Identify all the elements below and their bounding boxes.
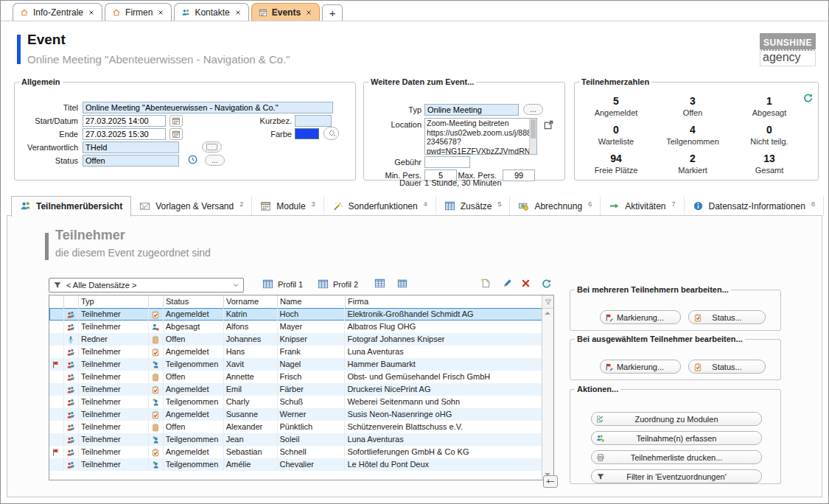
titel-input[interactable] — [83, 102, 333, 113]
kurzbez-label: Kurzbez. — [228, 116, 292, 125]
calendar-icon — [259, 8, 267, 17]
table-row[interactable]: TeilnehmerOffenAlexanderPünktlichSchütze… — [49, 421, 542, 433]
chevron-down-icon — [232, 281, 239, 289]
location-textarea[interactable]: Zoom-Meeting beitreten https://us02web.z… — [424, 118, 537, 155]
action-zuordnung-zu-modulen[interactable]: Zuordnung zu Modulen — [591, 412, 762, 426]
table-scrollbar[interactable] — [542, 295, 553, 480]
refresh-icon[interactable] — [541, 278, 552, 289]
type-icon-cell — [64, 458, 79, 471]
action-filter-in-eventzuordnungen[interactable]: Filter in 'Eventzuordnungen' — [591, 469, 762, 483]
status-cell: Angemeldet — [164, 308, 224, 321]
tab-teilnehmer-bersicht[interactable]: Teilnehmerübersicht — [11, 196, 131, 217]
people-rb-icon — [66, 398, 75, 407]
status-button[interactable]: Status... — [688, 310, 766, 324]
dotted-selector-icon — [206, 144, 217, 150]
window-tab-firmen[interactable]: Firmen — [105, 3, 172, 21]
header-vorname[interactable]: Vorname — [224, 295, 278, 308]
location-scrollbar[interactable] — [529, 119, 536, 154]
table-row[interactable]: TeilnehmerAngemeldetEmilFärberDruckerei … — [49, 383, 542, 396]
tab-zus-tze[interactable]: Zusätze5 — [436, 197, 511, 216]
table-row[interactable]: TeilnehmerTeilgenommenXavitNagelHammer B… — [49, 358, 542, 371]
start-input[interactable] — [83, 115, 166, 127]
close-icon[interactable] — [305, 9, 312, 16]
verantwortlich-label: Verantwortlich — [15, 143, 78, 152]
markierung-button[interactable]: Markierung... — [600, 310, 681, 324]
window-tab-events[interactable]: Events — [251, 3, 320, 21]
header-firma[interactable]: Firma — [346, 295, 543, 308]
table-new-profile-button[interactable] — [396, 278, 407, 289]
status-input[interactable] — [83, 155, 179, 167]
typ-cell: Teilnehmer — [79, 371, 149, 383]
table-row[interactable]: TeilnehmerTeilgenommenAmélieChevalierLe … — [49, 458, 542, 471]
table-row[interactable]: TeilnehmerOffenAnnetteFrischObst- und Ge… — [49, 371, 542, 383]
tab-label: Aktivitäten — [625, 201, 665, 211]
start-calendar-button[interactable] — [169, 115, 183, 127]
profil1-button[interactable]: Profil 1 — [262, 279, 303, 290]
ende-calendar-button[interactable] — [169, 128, 183, 140]
header-status[interactable]: Status — [164, 295, 224, 308]
tab-abrechnung[interactable]: Abrechnung6 — [510, 197, 601, 216]
table-view-button[interactable] — [374, 278, 385, 289]
table-row[interactable]: TeilnehmerTeilgenommenJeanSoleilLuna Ave… — [49, 433, 542, 446]
tab-aktivit-ten[interactable]: Aktivitäten7 — [601, 197, 684, 216]
stat-label: Gesamt — [731, 166, 808, 175]
close-icon[interactable] — [157, 9, 164, 16]
header-statusicon-col[interactable] — [149, 295, 164, 308]
status-icon-cell — [149, 396, 164, 408]
stat-gesamt: 13Gesamt — [731, 153, 808, 175]
name-cell: Soleil — [278, 433, 346, 446]
status-cell: Offen — [164, 421, 224, 433]
table-row[interactable]: RednerOffenJohannesKnipserFotograf Johan… — [49, 333, 542, 346]
funnel-icon — [53, 281, 62, 290]
tab-vorlagen-versand[interactable]: Vorlagen & Versand2 — [131, 197, 252, 216]
window-tab-info-zentrale[interactable]: Info-Zentrale — [13, 3, 102, 21]
grid-resize-control[interactable]: +− — [543, 475, 558, 488]
markierung-button[interactable]: Markierung... — [600, 360, 681, 374]
new-record-button[interactable] — [480, 278, 491, 289]
header-typ[interactable]: Typ — [79, 295, 149, 308]
close-icon[interactable] — [234, 9, 242, 16]
profil2-button[interactable]: Profil 2 — [318, 279, 358, 290]
gebuehr-input[interactable] — [424, 156, 470, 168]
table-row[interactable]: TeilnehmerAngemeldetKatrinHochElektronik… — [49, 308, 542, 321]
delete-x-icon[interactable] — [520, 278, 531, 289]
table-row[interactable]: TeilnehmerAngemeldetSebastianSchnellSofo… — [49, 446, 542, 458]
action-teilnahme-n-erfassen[interactable]: Teilnahme(n) erfassen — [591, 431, 762, 445]
new-tab-button[interactable]: + — [322, 4, 343, 21]
tab-sonderfunktionen[interactable]: Sonderfunktionen4 — [324, 197, 436, 216]
status-picker-button[interactable]: ... — [205, 155, 225, 166]
status-button[interactable]: Status... — [688, 360, 766, 374]
table-row[interactable]: TeilnehmerAngemeldetHansFrankLuna Aventu… — [49, 346, 542, 358]
farbe-picker-button[interactable] — [323, 127, 339, 140]
farbe-swatch[interactable] — [295, 128, 319, 139]
status-cell: Angemeldet — [164, 446, 224, 458]
header-typeicon-col[interactable] — [64, 295, 79, 308]
header-flag-col[interactable] — [49, 295, 64, 308]
table-row[interactable]: TeilnehmerAngemeldetSusanneWernerSusis N… — [49, 408, 542, 421]
window-tab-kontakte[interactable]: Kontakte — [174, 3, 248, 21]
header-name[interactable]: Name — [278, 295, 346, 308]
ende-input[interactable] — [83, 128, 166, 140]
markierung-label: Markierung... — [617, 313, 664, 322]
tab-module[interactable]: Module3 — [252, 197, 323, 216]
column-filter-button[interactable] — [542, 295, 553, 309]
table-row[interactable]: TeilnehmerAbgesagtAlfonsMayerAlbatros Fl… — [49, 321, 542, 333]
scroll-up-arrow[interactable] — [545, 312, 550, 315]
typ-input[interactable] — [424, 104, 519, 116]
flag-cell — [49, 333, 64, 346]
tab-datensatz-informationen[interactable]: Datensatz-Informationen8 — [685, 197, 824, 216]
external-link-icon[interactable] — [543, 119, 554, 130]
funnel-icon — [545, 298, 552, 306]
verantwortlich-picker-button[interactable] — [202, 141, 222, 153]
close-icon[interactable] — [88, 9, 95, 16]
filter-dropdown[interactable]: < Alle Datensätze > — [49, 278, 244, 293]
typ-picker-button[interactable]: ... — [523, 104, 543, 115]
kurzbez-input[interactable] — [295, 115, 332, 127]
flag-icon — [52, 360, 60, 369]
action-teilnehmerliste-drucken[interactable]: Teilnehmerliste drucken... — [591, 450, 762, 464]
max-pers-input[interactable] — [503, 169, 535, 181]
edit-pencil-icon[interactable] — [502, 278, 513, 289]
verantwortlich-input[interactable] — [83, 141, 179, 153]
table-row[interactable]: TeilnehmerTeilgenommenCharlySchußWeberei… — [49, 396, 542, 408]
typ-cell: Teilnehmer — [79, 321, 149, 333]
